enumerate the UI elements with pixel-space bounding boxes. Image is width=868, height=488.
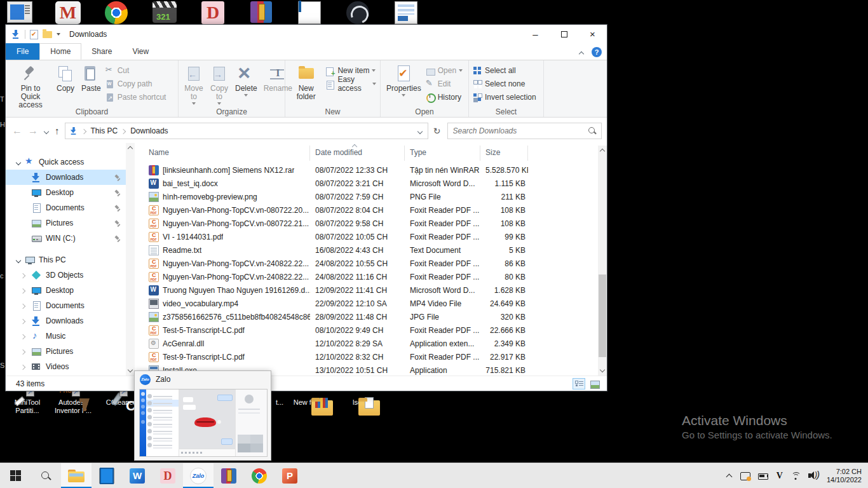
file-row[interactable]: Nguyen-Van-Phong-TopCV.vn-080722.21... 0… <box>144 217 598 230</box>
minimize-button[interactable]: – <box>521 25 550 43</box>
display-notification-icon[interactable] <box>740 471 751 481</box>
scroll-up-icon[interactable] <box>128 146 133 151</box>
ribbon-button-open[interactable]: Open <box>426 65 463 76</box>
mpc-321-icon[interactable] <box>149 0 180 24</box>
battery-icon[interactable] <box>758 471 770 481</box>
ribbon-button-new-folder[interactable]: New folder <box>288 62 324 103</box>
file-list-scrollbar[interactable] <box>598 146 607 376</box>
scroll-down-icon[interactable] <box>128 368 133 373</box>
show-hidden-icons-chevron-icon[interactable] <box>726 473 733 479</box>
zalo-taskbar-preview[interactable]: Zalo Zalo <box>134 370 271 461</box>
back-button[interactable]: ← <box>12 125 22 137</box>
chevron-right-icon[interactable] <box>21 364 26 369</box>
computer-icon[interactable] <box>4 0 36 24</box>
ribbon-button-copy-path[interactable]: Copy path <box>105 78 166 90</box>
start-button[interactable] <box>0 463 31 488</box>
ribbon-button-copy-to[interactable]: Copy to <box>207 62 232 107</box>
sidebar-group-this-pc[interactable]: This PC <box>6 252 126 268</box>
ribbon-button-select-none[interactable]: Select none <box>473 78 536 90</box>
sidebar-item-desktop[interactable]: Desktop <box>6 185 126 200</box>
winrar-icon[interactable] <box>245 0 277 24</box>
chrome-app[interactable] <box>244 463 275 488</box>
d-app[interactable]: D <box>153 463 183 488</box>
chevron-right-icon[interactable] <box>21 334 26 339</box>
file-row[interactable]: bai_test_iq.docx 08/07/2022 3:21 CH Micr… <box>144 177 598 190</box>
winrar-app[interactable] <box>214 463 244 488</box>
scroll-up-icon[interactable] <box>600 148 605 153</box>
taskbar-clock[interactable]: 7:02 CH 14/10/2022 <box>827 468 862 484</box>
sidebar-item-pictures[interactable]: Pictures <box>6 215 126 231</box>
volume-icon[interactable] <box>808 471 820 481</box>
unikey-v-icon[interactable]: V <box>776 471 783 481</box>
chevron-right-icon[interactable] <box>21 273 26 278</box>
file-row[interactable]: z3758561662576_c511beb8fb40824548c86... … <box>144 310 598 323</box>
new-folder-qat-icon[interactable] <box>43 31 52 38</box>
ribbon-button-pin-to-quick-access[interactable]: Pin to Quick access <box>8 62 53 111</box>
file-row[interactable]: AcGenral.dll 12/10/2022 8:29 SA Applicat… <box>144 337 598 350</box>
desktop-icon-new-folder[interactable]: New folder <box>288 389 332 407</box>
file-row[interactable]: hình-removebg-preview.png 08/07/2022 7:5… <box>144 190 598 203</box>
ribbon-button-cut[interactable]: Cut <box>105 65 166 76</box>
chevron-right-icon[interactable] <box>21 303 26 308</box>
ribbon-button-move-to[interactable]: Move to <box>181 62 207 107</box>
tab-view[interactable]: View <box>122 43 159 60</box>
ribbon-button-history[interactable]: History <box>426 92 463 103</box>
tab-file[interactable]: File <box>6 43 39 60</box>
column-header-type[interactable]: Type <box>405 146 480 161</box>
spreadsheet-app-icon[interactable] <box>390 0 422 24</box>
ribbon-button-edit[interactable]: Edit <box>426 78 463 90</box>
file-row[interactable]: [linksieunhanh.com] Siemens NX12.rar 08/… <box>144 163 598 177</box>
file-row[interactable]: Nguyen-Van-Phong-TopCV.vn-240822.22... 2… <box>144 270 598 283</box>
file-row[interactable]: VI - 19144031.pdf 08/07/2022 10:05 CH Fo… <box>144 230 598 243</box>
customize-qat-caret-icon[interactable] <box>57 33 60 36</box>
ribbon-button-select-all[interactable]: Select all <box>473 65 536 76</box>
search-input[interactable] <box>448 123 602 139</box>
address-bar[interactable]: This PC Downloads <box>65 123 428 139</box>
ribbon-button-delete[interactable]: Delete <box>232 62 261 98</box>
file-row[interactable]: Truong Nguyen Thao Nguyen 19161269.d... … <box>144 283 598 297</box>
desktop-icon-lsd-folder[interactable]: lsd <box>335 389 379 407</box>
sidebar-item-documents[interactable]: Documents <box>6 298 126 313</box>
chevron-right-icon[interactable] <box>21 349 26 354</box>
address-dropdown-caret-icon[interactable] <box>417 128 423 133</box>
sidebar-item-videos[interactable]: Videos <box>6 359 126 374</box>
tab-home[interactable]: Home <box>39 43 81 60</box>
sidebar-group-quick-access[interactable]: Quick access <box>6 154 126 170</box>
forward-button[interactable]: → <box>28 125 38 137</box>
file-row[interactable]: Nguyen-Van-Phong-TopCV.vn-080722.20... 0… <box>144 203 598 217</box>
sidebar-item-downloads[interactable]: Downloads <box>6 313 126 329</box>
maximize-button[interactable] <box>550 25 578 43</box>
taskbar-search-button[interactable] <box>31 463 61 488</box>
ribbon-button-easy-access[interactable]: Easy access <box>325 78 376 90</box>
wifi-icon[interactable] <box>790 471 801 480</box>
desktop-icon-autodesk-inventor[interactable]: Autodesk Inventor P... <box>51 389 95 415</box>
powerpoint-app[interactable]: P <box>275 463 305 488</box>
ribbon-button-invert-selection[interactable]: Invert selection <box>473 92 536 103</box>
chrome-icon[interactable] <box>100 0 132 24</box>
properties-qat-icon[interactable] <box>30 30 38 39</box>
ribbon-button-paste-shortcut[interactable]: Paste shortcut <box>105 92 166 103</box>
zalo-preview-thumbnail[interactable] <box>139 389 268 457</box>
sidebar-item-downloads[interactable]: Downloads <box>6 170 126 185</box>
sidebar-item-pictures[interactable]: Pictures <box>6 344 126 359</box>
close-button[interactable]: × <box>578 25 607 43</box>
breadcrumb-downloads[interactable]: Downloads <box>130 126 168 135</box>
d-app-icon[interactable]: D <box>197 0 229 24</box>
ribbon-button-properties[interactable]: Properties <box>383 62 424 98</box>
zalo-app[interactable]: Zalo <box>183 463 214 488</box>
details-view-button[interactable] <box>573 378 585 390</box>
chevron-right-icon[interactable] <box>21 318 26 323</box>
blue-frame-app[interactable] <box>92 463 122 488</box>
chevron-down-icon[interactable] <box>16 159 21 165</box>
sidebar-scrollbar[interactable] <box>126 143 135 376</box>
column-header-date-modified[interactable]: Date modified <box>310 146 405 161</box>
scroll-down-icon[interactable] <box>600 368 605 373</box>
column-header-size[interactable]: Size <box>480 146 528 161</box>
sidebar-item-desktop[interactable]: Desktop <box>6 283 126 298</box>
chevron-right-icon[interactable] <box>21 288 26 293</box>
search-icon[interactable] <box>588 127 597 135</box>
file-row[interactable]: Test-9-Transcript-LC.pdf 12/10/2022 8:32… <box>144 350 598 363</box>
chevron-down-icon[interactable] <box>16 257 21 262</box>
blue-frame-app-icon[interactable] <box>294 0 325 24</box>
sidebar-item-3d-objects[interactable]: 3D Objects <box>6 268 126 283</box>
